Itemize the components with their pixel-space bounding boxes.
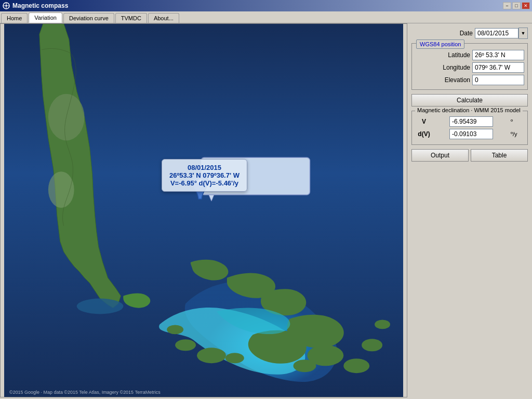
dv-row: d(V) º/y: [416, 129, 523, 139]
v-label: V: [416, 118, 432, 125]
elevation-row: Elevation: [415, 75, 524, 85]
date-input-wrap: ▼: [475, 28, 528, 39]
tab-bar: Home Variation Deviation curve TVMDC Abo…: [0, 11, 532, 23]
app-title: Magnetic compass: [12, 2, 503, 9]
svg-point-7: [48, 171, 74, 208]
svg-text:©2015 Google · Map data ©2015 : ©2015 Google · Map data ©2015 Tele Atlas…: [9, 390, 161, 395]
magnetic-declination-group: Magnetic declination · WMM 2015 model V …: [411, 111, 528, 145]
close-button[interactable]: ✕: [522, 2, 530, 9]
svg-point-11: [362, 339, 382, 351]
wgs84-group: WGS84 position Latitude Longitude Elevat…: [411, 43, 528, 90]
elevation-label: Elevation: [415, 76, 470, 84]
latitude-input[interactable]: [472, 50, 524, 60]
svg-point-16: [167, 325, 183, 334]
v-input[interactable]: [449, 116, 493, 127]
tab-home[interactable]: Home: [1, 13, 28, 23]
map-popup: 08/01/2015 26º53.3' N 079º36.7' W V=-6.9…: [162, 159, 247, 192]
svg-point-15: [175, 339, 196, 351]
maximize-button[interactable]: □: [512, 2, 521, 9]
svg-point-12: [375, 320, 390, 329]
bottom-buttons: Output Table: [411, 149, 528, 162]
map-container[interactable]: ©2015 Google · Map data ©2015 Tele Atlas…: [0, 23, 407, 397]
popup-coords: 26º53.3' N 079º36.7' W: [169, 171, 240, 179]
mag-decl-title: Magnetic declination · WMM 2015 model: [415, 107, 523, 113]
date-input[interactable]: [475, 28, 518, 38]
longitude-label: Longitude: [415, 64, 470, 71]
dv-label: d(V): [416, 130, 432, 138]
svg-point-14: [197, 348, 226, 363]
date-row: Date ▼: [411, 28, 528, 39]
elevation-input[interactable]: [472, 75, 524, 85]
window-controls: − □ ✕: [503, 2, 530, 9]
tab-variation[interactable]: Variation: [29, 12, 62, 23]
svg-point-3: [6, 5, 7, 7]
right-panel: Date ▼ WGS84 position Latitude Longitude…: [407, 23, 532, 397]
svg-point-17: [225, 353, 244, 363]
output-button[interactable]: Output: [411, 149, 469, 162]
wgs84-label: WGS84 position: [416, 39, 464, 49]
latitude-label: Latitude: [415, 51, 470, 59]
svg-point-13: [294, 360, 316, 372]
calculate-button[interactable]: Calculate: [411, 94, 528, 107]
latitude-row: Latitude: [415, 50, 524, 60]
minimize-button[interactable]: −: [503, 2, 511, 9]
longitude-input[interactable]: [472, 62, 524, 73]
date-picker-button[interactable]: ▼: [518, 28, 528, 39]
v-row: V º: [416, 116, 523, 127]
longitude-row: Longitude: [415, 62, 524, 73]
table-button[interactable]: Table: [471, 149, 528, 162]
tab-deviation-curve[interactable]: Deviation curve: [63, 13, 114, 23]
date-label: Date: [411, 30, 473, 37]
popup-date: 08/01/2015: [169, 164, 240, 171]
dv-input[interactable]: [449, 129, 493, 139]
v-unit: º: [511, 118, 523, 125]
tab-tvmdc[interactable]: TVMDC: [115, 13, 147, 23]
popup-values: V=-6.95° d(V)=-5.46'/y: [169, 179, 240, 187]
tab-about[interactable]: About...: [148, 13, 179, 23]
svg-point-8: [77, 299, 124, 314]
title-bar: Magnetic compass − □ ✕: [0, 0, 532, 11]
main-content: ©2015 Google · Map data ©2015 Tele Atlas…: [0, 23, 532, 397]
app-icon: [2, 2, 10, 10]
svg-point-10: [343, 358, 369, 373]
dv-unit: º/y: [511, 131, 523, 137]
